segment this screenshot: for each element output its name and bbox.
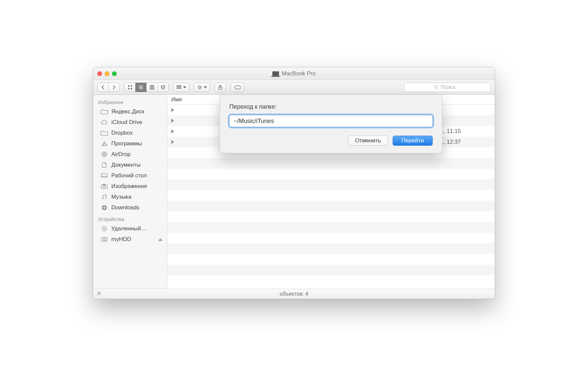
cancel-button[interactable]: Отменить bbox=[348, 136, 388, 146]
arrange-icon bbox=[176, 85, 182, 90]
empty-row bbox=[167, 233, 495, 243]
folder-icon bbox=[101, 130, 108, 136]
svg-rect-11 bbox=[161, 86, 162, 87]
list-view-button[interactable] bbox=[135, 83, 147, 92]
svg-point-46 bbox=[103, 238, 105, 240]
svg-rect-7 bbox=[150, 85, 151, 89]
coverflow-view-button[interactable] bbox=[157, 83, 169, 92]
svg-line-28 bbox=[201, 86, 202, 86]
search-icon bbox=[434, 85, 439, 90]
sidebar-header-favorites: Избранное bbox=[93, 96, 167, 106]
columns-icon bbox=[149, 85, 155, 90]
sidebar-item-desktop[interactable]: Рабочий стол bbox=[93, 170, 167, 181]
svg-line-25 bbox=[198, 86, 199, 86]
svg-rect-5 bbox=[139, 87, 143, 88]
icon-view-button[interactable] bbox=[124, 83, 136, 92]
go-to-folder-dialog: Переход к папке: Отменить Перейти bbox=[220, 95, 442, 153]
sidebar-item-dropbox[interactable]: Dropbox bbox=[93, 128, 167, 138]
action-button[interactable] bbox=[194, 83, 210, 92]
nav-buttons bbox=[97, 83, 120, 92]
arrange-button[interactable] bbox=[173, 83, 189, 92]
svg-rect-18 bbox=[178, 87, 180, 89]
camera-icon bbox=[101, 183, 108, 189]
svg-rect-14 bbox=[177, 85, 178, 87]
minimize-button[interactable] bbox=[105, 71, 109, 76]
sidebar-item-myhdd[interactable]: myHDD ⏏ bbox=[93, 234, 167, 245]
go-button[interactable]: Перейти bbox=[393, 136, 433, 146]
svg-rect-35 bbox=[101, 174, 107, 177]
back-button[interactable] bbox=[97, 83, 109, 92]
grid-icon bbox=[127, 85, 133, 90]
sidebar: Избранное Яндекс.Диск iCloud Drive Dropb… bbox=[93, 95, 167, 289]
empty-row bbox=[167, 243, 495, 254]
svg-point-41 bbox=[105, 197, 106, 199]
folder-path-input[interactable] bbox=[229, 115, 433, 127]
empty-row bbox=[167, 158, 495, 169]
svg-line-26 bbox=[201, 88, 202, 89]
tags-button[interactable] bbox=[231, 83, 244, 92]
empty-row bbox=[167, 275, 495, 286]
chevron-right-icon bbox=[111, 85, 117, 90]
svg-point-43 bbox=[102, 226, 107, 231]
titlebar: MacBook Pro bbox=[93, 67, 495, 80]
svg-point-20 bbox=[199, 86, 201, 88]
sidebar-header-devices: Устройства bbox=[93, 213, 167, 223]
zoom-button[interactable] bbox=[112, 71, 117, 76]
desktop-icon bbox=[101, 173, 108, 179]
share-button[interactable] bbox=[215, 83, 226, 92]
sidebar-item-remote-disc[interactable]: Удаленный… bbox=[93, 223, 167, 234]
status-bar: объектов: 4 bbox=[93, 289, 495, 299]
sidebar-item-label: Dropbox bbox=[111, 130, 133, 136]
sidebar-item-label: Документы bbox=[111, 162, 141, 168]
svg-rect-2 bbox=[128, 88, 129, 89]
eject-icon[interactable]: ⏏ bbox=[158, 237, 162, 242]
share-icon bbox=[218, 85, 223, 90]
coverflow-icon bbox=[160, 85, 166, 90]
svg-rect-3 bbox=[131, 88, 132, 89]
empty-row bbox=[167, 179, 495, 190]
chevron-left-icon bbox=[100, 85, 106, 90]
music-icon bbox=[101, 194, 108, 200]
gear-icon bbox=[197, 85, 202, 90]
sidebar-item-label: myHDD bbox=[111, 236, 131, 243]
svg-rect-1 bbox=[131, 85, 132, 87]
sidebar-item-pictures[interactable]: Изображения bbox=[93, 181, 167, 192]
svg-rect-4 bbox=[139, 86, 143, 86]
empty-row bbox=[167, 222, 495, 233]
disclosure-triangle-icon[interactable] bbox=[171, 140, 174, 144]
body: Избранное Яндекс.Диск iCloud Drive Dropb… bbox=[93, 95, 495, 289]
disclosure-triangle-icon[interactable] bbox=[171, 129, 174, 133]
sidebar-item-yandex-disk[interactable]: Яндекс.Диск bbox=[93, 106, 167, 117]
sidebar-item-documents[interactable]: Документы bbox=[93, 160, 167, 170]
cloud-icon bbox=[101, 119, 108, 125]
sidebar-item-label: Изображения bbox=[111, 183, 147, 190]
path-bar-toggle-icon[interactable] bbox=[97, 291, 101, 297]
svg-point-32 bbox=[104, 154, 105, 155]
sidebar-item-applications[interactable]: Программы bbox=[93, 138, 167, 149]
sidebar-item-music[interactable]: Музыка bbox=[93, 192, 167, 202]
sidebar-item-label: AirDrop bbox=[111, 151, 131, 158]
dialog-label: Переход к папке: bbox=[229, 103, 433, 110]
folder-icon bbox=[101, 109, 108, 115]
column-view-button[interactable] bbox=[146, 83, 158, 92]
svg-point-30 bbox=[435, 85, 437, 88]
svg-point-40 bbox=[102, 198, 103, 199]
sidebar-item-label: Программы bbox=[111, 140, 142, 147]
sidebar-item-airdrop[interactable]: AirDrop bbox=[93, 149, 167, 160]
close-button[interactable] bbox=[97, 71, 102, 76]
sidebar-item-downloads[interactable]: Downloads bbox=[93, 202, 167, 213]
sidebar-item-label: Downloads bbox=[111, 204, 139, 211]
sidebar-item-label: Яндекс.Диск bbox=[111, 108, 144, 115]
traffic-lights bbox=[97, 71, 117, 76]
disclosure-triangle-icon[interactable] bbox=[171, 108, 174, 112]
main-panel: Имя та изменения февраля 2015 г., 11:15 bbox=[167, 95, 495, 289]
sidebar-item-icloud[interactable]: iCloud Drive bbox=[93, 117, 167, 128]
disclosure-triangle-icon[interactable] bbox=[171, 119, 174, 123]
search-field[interactable] bbox=[404, 83, 491, 92]
search-input[interactable] bbox=[441, 84, 461, 90]
empty-row bbox=[167, 190, 495, 201]
sidebar-item-label: iCloud Drive bbox=[111, 119, 142, 126]
forward-button[interactable] bbox=[108, 83, 120, 92]
window-title: MacBook Pro bbox=[93, 70, 495, 77]
chevron-down-icon bbox=[204, 86, 207, 88]
